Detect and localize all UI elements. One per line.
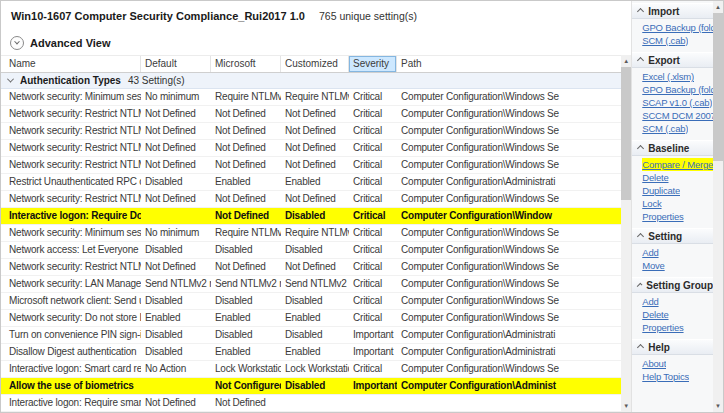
sidebar-section-header-help[interactable]: Help xyxy=(632,339,713,355)
sidebar-section-header-setting-group[interactable]: Setting Group xyxy=(632,277,713,293)
table-row[interactable]: Interactive logon: Smart card removaNo A… xyxy=(1,361,621,378)
cell-name: Network security: Restrict NTLM: Inco xyxy=(1,123,141,139)
sidebar-section-header-baseline[interactable]: Baseline xyxy=(632,140,713,156)
sidebar-section: SettingAddMove xyxy=(632,228,713,277)
table-row[interactable]: Network security: Minimum session sNo mi… xyxy=(1,225,621,242)
cell-severity: Important xyxy=(349,378,397,394)
cell-default: Disabled xyxy=(141,174,211,190)
cell-default: Disabled xyxy=(141,242,211,258)
action-about[interactable]: About xyxy=(642,357,666,370)
action-delete[interactable]: Delete xyxy=(642,308,668,321)
cell-customized: Not Defined xyxy=(281,157,349,173)
table-row[interactable]: Microsoft network client: Send unencDisa… xyxy=(1,293,621,310)
table-row[interactable]: Network security: Restrict NTLM: OutNot … xyxy=(1,140,621,157)
table-row[interactable]: Network security: LAN Manager authSend N… xyxy=(1,276,621,293)
table-row[interactable]: Network security: Restrict NTLM: AdcNot … xyxy=(1,259,621,276)
action-properties[interactable]: Properties xyxy=(642,210,683,223)
cell-path: Computer Configuration\Windows Se xyxy=(397,361,621,377)
cell-customized: Enabled xyxy=(281,174,349,190)
scroll-thumb[interactable] xyxy=(713,13,723,161)
action-excel-xlsm[interactable]: Excel (.xlsm) xyxy=(642,70,694,83)
section-items: Compare / MergeDeleteDuplicateLockProper… xyxy=(632,156,713,223)
column-header-path[interactable]: Path xyxy=(397,56,621,72)
action-properties[interactable]: Properties xyxy=(642,321,683,334)
action-scm-cab[interactable]: SCM (.cab) xyxy=(642,34,688,47)
sidebar-section-header-setting[interactable]: Setting xyxy=(632,228,713,244)
action-compare-merge[interactable]: Compare / Merge xyxy=(642,158,713,171)
cell-customized: Require NTLMv2 s xyxy=(281,89,349,105)
scroll-thumb[interactable] xyxy=(621,67,631,200)
action-sccm-dcm-2007-cab[interactable]: SCCM DCM 2007 (.cab) xyxy=(642,109,713,122)
action-gpo-backup-folder[interactable]: GPO Backup (folder) xyxy=(642,83,713,96)
section-items: AboutHelp Topics xyxy=(632,355,713,383)
column-header-severity[interactable]: Severity xyxy=(349,56,397,72)
cell-customized: Not Defined xyxy=(281,123,349,139)
main-scrollbar[interactable]: ▲ ▼ xyxy=(621,1,631,412)
cell-default: Disabled xyxy=(141,293,211,309)
action-duplicate[interactable]: Duplicate xyxy=(642,184,680,197)
action-move[interactable]: Move xyxy=(642,259,664,272)
scroll-down-icon[interactable]: ▼ xyxy=(621,400,631,412)
table-row[interactable]: Network security: Do not store LAN MEnab… xyxy=(1,310,621,327)
cell-path: Computer Configuration\Windows Se xyxy=(397,310,621,326)
table-row[interactable]: Network access: Let Everyone permisDisab… xyxy=(1,242,621,259)
action-scap-v1-0-cab[interactable]: SCAP v1.0 (.cab) xyxy=(642,96,712,109)
sidebar-section: Setting GroupAddDeleteProperties xyxy=(632,277,713,339)
sidebar-section-header-import[interactable]: Import xyxy=(632,3,713,19)
cell-customized: Not Defined xyxy=(281,106,349,122)
main-panel: Win10-1607 Computer Security Compliance_… xyxy=(1,1,621,412)
column-header-default[interactable]: Default xyxy=(141,56,211,72)
sidebar-section-header-export[interactable]: Export xyxy=(632,52,713,68)
table-row[interactable]: Network security: Restrict NTLM: AddNot … xyxy=(1,106,621,123)
section-items: AddDeleteProperties xyxy=(632,293,713,334)
cell-name: Network security: Minimum session s xyxy=(1,225,141,241)
column-header-customized[interactable]: Customized xyxy=(281,56,349,72)
table-row[interactable]: Restrict Unauthenticated RPC clientsDisa… xyxy=(1,174,621,191)
action-lock[interactable]: Lock xyxy=(642,197,661,210)
action-add[interactable]: Add xyxy=(642,295,658,308)
cell-microsoft: Not Defined xyxy=(211,208,281,224)
advanced-view-toggle[interactable]: Advanced View xyxy=(1,30,621,55)
action-gpo-backup-folder[interactable]: GPO Backup (folder) xyxy=(642,21,713,34)
cell-path: Computer Configuration\Administrati xyxy=(397,174,621,190)
group-row-authentication-types[interactable]: Authentication Types 43 Setting(s) xyxy=(1,73,621,89)
table-row[interactable]: Turn on convenience PIN sign-inDisabledD… xyxy=(1,327,621,344)
table-row[interactable]: Interactive logon: Require DomainNot Def… xyxy=(1,208,621,225)
column-headers: NameDefaultMicrosoftCustomizedSeverityPa… xyxy=(1,55,621,73)
cell-default: No minimum xyxy=(141,225,211,241)
cell-customized: Require NTLMv2 s xyxy=(281,225,349,241)
scroll-track[interactable] xyxy=(621,67,631,400)
cell-name: Microsoft network client: Send unenc xyxy=(1,293,141,309)
chevron-up-icon xyxy=(637,56,644,63)
cell-customized: Disabled xyxy=(281,208,349,224)
scroll-up-icon[interactable]: ▲ xyxy=(621,55,631,67)
section-items: Excel (.xlsm)GPO Backup (folder)SCAP v1.… xyxy=(632,68,713,135)
chevron-up-icon xyxy=(637,144,644,151)
action-scm-cab[interactable]: SCM (.cab) xyxy=(642,122,688,135)
cell-severity: Critical xyxy=(349,310,397,326)
table-row[interactable]: Network security: Restrict NTLM: NTLNot … xyxy=(1,157,621,174)
cell-default: No Action xyxy=(141,361,211,377)
table-row[interactable]: Disallow Digest authenticationDisabledEn… xyxy=(1,344,621,361)
sidebar-scrollbar[interactable]: ▲ ▼ xyxy=(713,1,723,412)
scroll-up-icon[interactable]: ▲ xyxy=(713,1,723,13)
cell-path: Computer Configuration\Administrati xyxy=(397,344,621,360)
sidebar-section: ImportGPO Backup (folder)SCM (.cab) xyxy=(632,3,713,52)
table-row[interactable]: Network security: Minimum session sNo mi… xyxy=(1,89,621,106)
column-header-microsoft[interactable]: Microsoft xyxy=(211,56,281,72)
action-add[interactable]: Add xyxy=(642,246,658,259)
cell-severity: Critical xyxy=(349,293,397,309)
cell-severity: Critical xyxy=(349,276,397,292)
table-row[interactable]: Network security: Restrict NTLM: AudNot … xyxy=(1,191,621,208)
action-delete[interactable]: Delete xyxy=(642,171,668,184)
scroll-track[interactable] xyxy=(713,13,723,400)
cell-name: Disallow Digest authentication xyxy=(1,344,141,360)
table-row[interactable]: Allow the use of biometricsNot Configure… xyxy=(1,378,621,395)
cell-name: Network security: Restrict NTLM: Add xyxy=(1,106,141,122)
table-row[interactable]: Interactive logon: Require smart cardNot… xyxy=(1,395,621,412)
column-header-name[interactable]: Name xyxy=(1,56,141,72)
table-row[interactable]: Network security: Restrict NTLM: IncoNot… xyxy=(1,123,621,140)
scroll-down-icon[interactable]: ▼ xyxy=(713,400,723,412)
cell-customized: Enabled xyxy=(281,310,349,326)
action-help-topics[interactable]: Help Topics xyxy=(642,370,689,383)
